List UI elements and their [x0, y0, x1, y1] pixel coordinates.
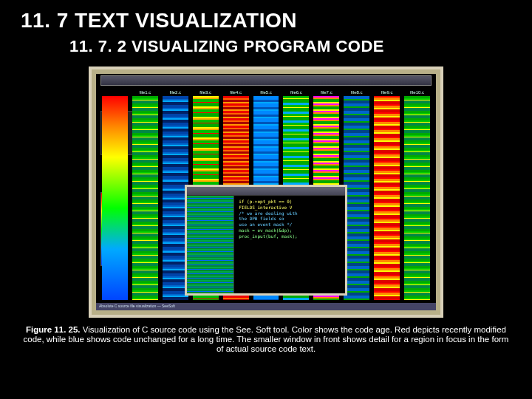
detail-popup-window: if (p->opt_pkt == 0) FIELDS_interactive … — [185, 185, 347, 296]
file-label: file3.c — [193, 90, 219, 95]
code-strip — [374, 96, 400, 300]
file-label: file5.c — [253, 90, 279, 95]
subsection-heading: 11. 7. 2 VISUALIZING PROGRAM CODE — [69, 37, 511, 56]
code-strip — [344, 96, 369, 300]
file-label: file4.c — [223, 90, 249, 95]
code-strip — [132, 96, 158, 300]
main-window-titlebar — [100, 75, 432, 86]
file-label: file8.c — [344, 90, 369, 95]
file-label: file9.c — [374, 90, 400, 95]
figure-caption-label: Figure 11. 25. — [26, 325, 81, 334]
code-strip — [404, 96, 430, 300]
detail-minimap — [187, 196, 234, 293]
file-label: file7.c — [313, 90, 339, 95]
file-label: file1.c — [132, 90, 158, 95]
code-column: file1.c — [132, 90, 158, 300]
seesoft-main-window: file1.c file2.c file3.c file4.c — [96, 74, 436, 310]
detail-window-titlebar — [187, 187, 345, 196]
code-column: file10.c — [404, 90, 430, 300]
figure-container: file1.c file2.c file3.c file4.c — [21, 66, 511, 392]
file-label: file2.c — [163, 90, 188, 95]
figure-caption: Figure 11. 25. Visualization of C source… — [21, 325, 511, 355]
file-label: file6.c — [283, 90, 309, 95]
detail-source-text: if (p->opt_pkt == 0) FIELDS_interactive … — [234, 196, 345, 293]
section-heading: 11. 7 TEXT VISUALIZATION — [21, 9, 511, 33]
file-label — [102, 90, 128, 95]
code-strip — [102, 96, 128, 300]
detail-body: if (p->opt_pkt == 0) FIELDS_interactive … — [187, 196, 345, 293]
code-column — [102, 90, 128, 300]
figure-frame: file1.c file2.c file3.c file4.c — [89, 66, 443, 318]
figure-caption-text: Visualization of C source code using the… — [24, 325, 509, 353]
code-column: file9.c — [374, 90, 400, 300]
code-column: file8.c — [344, 90, 369, 300]
status-bar: Absolute C source file visualization — S… — [96, 303, 436, 310]
file-label: file10.c — [404, 90, 430, 95]
